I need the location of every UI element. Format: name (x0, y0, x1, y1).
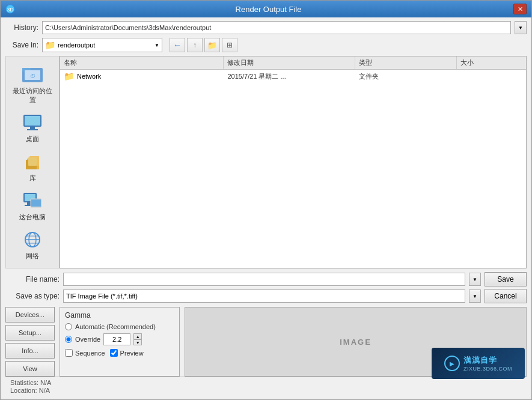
file-name-dropdown[interactable]: ▼ (469, 273, 481, 286)
library-icon (20, 151, 44, 172)
checkbox-row: Sequence Preview (65, 349, 174, 357)
column-size[interactable]: 大小 (457, 56, 526, 69)
view-button[interactable]: View (5, 361, 55, 377)
sequence-checkbox[interactable] (65, 349, 73, 357)
toolbar-buttons: ← ↑ 📁 ⊞ (170, 38, 237, 52)
network-label: 网络 (26, 252, 39, 261)
preview-label: Preview (120, 350, 144, 357)
automatic-radio-row: Automatic (Recommended) (65, 323, 174, 330)
svg-rect-16 (27, 202, 31, 205)
setup-button[interactable]: Setup... (5, 325, 55, 341)
watermark-circle: ▶ (444, 356, 460, 371)
sequence-label: Sequence (75, 350, 105, 357)
save-in-arrow: ▼ (154, 43, 159, 48)
watermark-line1: 澫澫自学 (463, 355, 512, 366)
save-button[interactable]: Save (485, 272, 527, 286)
save-in-text: renderoutput (58, 41, 152, 49)
save-in-row: Save in: 📁 renderoutput ▼ ← ↑ 📁 ⊞ (5, 38, 527, 52)
computer-icon (20, 190, 44, 211)
file-date-cell: 2015/7/21 星期二 ... (228, 72, 359, 81)
close-button[interactable]: ✕ (513, 4, 527, 14)
automatic-label: Automatic (Recommended) (75, 323, 156, 330)
history-dropdown-btn[interactable]: ▼ (515, 21, 527, 34)
folder-icon: 📁 (45, 40, 55, 50)
spinner-down[interactable]: ▼ (133, 339, 142, 345)
save-type-dropdown[interactable]: ▼ (469, 289, 481, 303)
sidebar-item-computer[interactable]: 这台电脑 (10, 187, 55, 224)
list-view-icon: ⊞ (227, 41, 233, 49)
middle-section: ⏱ 最近访问的位置 桌面 (5, 56, 527, 268)
file-folder-icon: 📁 (64, 71, 74, 81)
watermark-play-icon: ▶ (450, 360, 454, 367)
info-button[interactable]: Info... (5, 343, 55, 359)
bottom-inputs: File name: ▼ Save Save as type: TIF Imag… (5, 272, 527, 303)
file-type-cell: 文件夹 (359, 72, 457, 81)
gamma-title: Gamma (65, 311, 174, 320)
computer-label: 这台电脑 (19, 213, 46, 222)
window-title: Render Output File (23, 5, 513, 14)
back-button[interactable]: ← (170, 38, 185, 52)
preview-checkbox[interactable] (110, 349, 118, 357)
file-name-cell: 📁 Network (64, 71, 228, 81)
svg-text:3D: 3D (7, 7, 14, 13)
gamma-box: Gamma Automatic (Recommended) Override ▲… (60, 307, 180, 377)
svg-rect-13 (28, 157, 37, 166)
view-toggle-button[interactable]: ⊞ (222, 38, 237, 52)
new-folder-icon: 📁 (207, 41, 217, 50)
app-icon: 3D (5, 4, 15, 14)
statistics-text: Statistics: N/A (10, 379, 522, 386)
automatic-radio[interactable] (65, 323, 72, 330)
sidebar: ⏱ 最近访问的位置 桌面 (5, 56, 60, 268)
devices-button[interactable]: Devices... (5, 307, 55, 323)
svg-rect-7 (25, 116, 40, 126)
up-icon: ↑ (193, 41, 197, 49)
title-bar: 3D Render Output File ✕ (1, 1, 531, 17)
up-button[interactable]: ↑ (187, 38, 203, 52)
history-input[interactable] (42, 21, 511, 34)
svg-rect-19 (31, 199, 41, 207)
svg-text:⏱: ⏱ (30, 73, 35, 79)
file-list-body: 📁 Network 2015/7/21 星期二 ... 文件夹 (60, 70, 526, 268)
override-value-input[interactable] (103, 333, 130, 345)
sidebar-item-network[interactable]: 网络 (10, 226, 55, 263)
sidebar-item-recent[interactable]: ⏱ 最近访问的位置 (10, 61, 55, 107)
column-name[interactable]: 名称 (60, 56, 224, 69)
sequence-checkbox-item: Sequence (65, 349, 105, 357)
recent-label: 最近访问的位置 (11, 86, 54, 105)
table-row[interactable]: 📁 Network 2015/7/21 星期二 ... 文件夹 (60, 70, 526, 83)
override-radio[interactable] (65, 336, 72, 343)
sidebar-item-desktop[interactable]: 桌面 (10, 109, 55, 146)
column-date[interactable]: 修改日期 (224, 56, 356, 69)
spinner-up[interactable]: ▲ (133, 333, 142, 339)
new-folder-button[interactable]: 📁 (204, 38, 220, 52)
file-list: 名称 修改日期 类型 大小 📁 Network 2015/7/21 星期二 ..… (60, 56, 527, 268)
desktop-icon (20, 112, 44, 133)
left-panel: Devices... Setup... Info... View (5, 307, 55, 377)
preview-checkbox-item: Preview (110, 349, 144, 357)
watermark: ▶ 澫澫自学 ZIXUE.3D66.COM (432, 348, 525, 379)
spinner-controls: ▲ ▼ (133, 333, 142, 345)
stats-bar: Statistics: N/A Location: N/A (5, 377, 527, 396)
save-in-combo[interactable]: 📁 renderoutput ▼ (42, 38, 162, 52)
override-row: Override ▲ ▼ (65, 333, 174, 345)
sidebar-item-library[interactable]: 库 (10, 148, 55, 185)
image-preview-text: IMAGE (340, 338, 371, 347)
column-type[interactable]: 类型 (355, 56, 456, 69)
save-type-row: Save as type: TIF Image File (*.tif,*.ti… (5, 289, 527, 303)
network-sidebar-icon (20, 229, 44, 250)
file-name-input[interactable] (63, 273, 465, 286)
save-type-display: TIF Image File (*.tif,*.tiff) (63, 289, 465, 303)
override-label: Override (75, 336, 100, 343)
desktop-label: 桌面 (26, 135, 39, 144)
back-icon: ← (173, 40, 182, 50)
history-row: History: ▼ (5, 21, 527, 34)
save-type-label: Save as type: (5, 292, 60, 300)
window-controls: ✕ (513, 4, 527, 14)
save-type-text: TIF Image File (*.tif,*.tiff) (66, 292, 138, 300)
save-in-label: Save in: (5, 41, 38, 49)
cancel-button[interactable]: Cancel (485, 289, 527, 303)
history-label: History: (5, 23, 38, 32)
svg-rect-9 (27, 129, 38, 130)
watermark-text: 澫澫自学 ZIXUE.3D66.COM (463, 355, 512, 372)
location-text: Location: N/A (10, 387, 522, 394)
